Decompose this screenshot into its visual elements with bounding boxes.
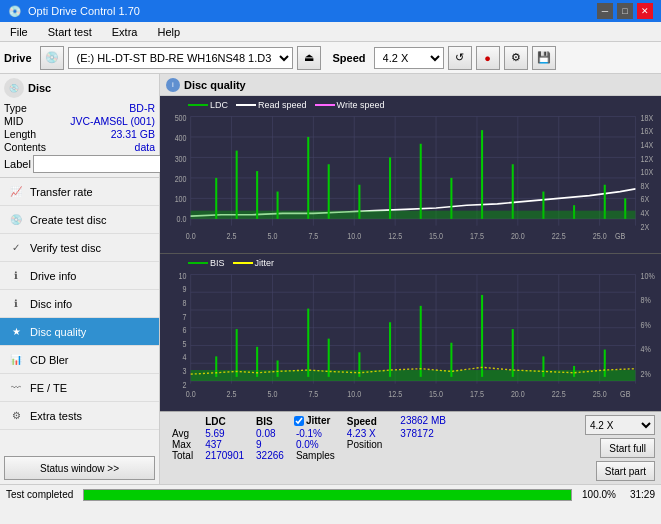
chart-header: i Disc quality <box>160 74 661 96</box>
svg-text:8X: 8X <box>641 180 650 191</box>
save-button[interactable]: 💾 <box>532 46 556 70</box>
nav-disc-info[interactable]: ℹ Disc info <box>0 290 159 318</box>
svg-text:7: 7 <box>183 310 187 321</box>
menu-help[interactable]: Help <box>151 24 186 40</box>
progress-fill <box>84 490 571 500</box>
svg-text:6%: 6% <box>641 319 652 330</box>
svg-text:4X: 4X <box>641 207 650 218</box>
nav-label-extra-tests: Extra tests <box>30 410 82 422</box>
start-part-button[interactable]: Start part <box>596 461 655 481</box>
progress-bar <box>83 489 572 501</box>
jitter-checkbox[interactable] <box>294 416 304 426</box>
transfer-rate-icon: 📈 <box>8 184 24 200</box>
fe-te-icon: 〰 <box>8 380 24 396</box>
svg-text:10.0: 10.0 <box>347 388 361 399</box>
menu-file[interactable]: File <box>4 24 34 40</box>
contents-value: data <box>135 141 155 153</box>
bottom-legend: BIS Jitter <box>188 258 274 268</box>
minimize-button[interactable]: ─ <box>597 3 613 19</box>
app-icon: 💿 <box>8 5 22 18</box>
svg-text:12X: 12X <box>641 152 654 163</box>
write-speed-legend: Write speed <box>315 100 385 110</box>
bottom-chart: BIS Jitter <box>160 254 661 411</box>
svg-text:15.0: 15.0 <box>429 230 443 241</box>
nav-extra-tests[interactable]: ⚙ Extra tests <box>0 402 159 430</box>
svg-text:10.0: 10.0 <box>347 230 361 241</box>
svg-rect-35 <box>191 211 636 219</box>
label-input[interactable] <box>33 155 166 173</box>
svg-text:0.0: 0.0 <box>177 213 187 224</box>
jitter-legend-label: Jitter <box>255 258 275 268</box>
menu-bar: File Start test Extra Help <box>0 22 661 42</box>
close-button[interactable]: ✕ <box>637 3 653 19</box>
menu-extra[interactable]: Extra <box>106 24 144 40</box>
svg-text:16X: 16X <box>641 125 654 136</box>
mid-label: MID <box>4 115 23 127</box>
svg-text:200: 200 <box>175 173 187 184</box>
maximize-button[interactable]: □ <box>617 3 633 19</box>
elapsed-time: 31:29 <box>630 489 655 500</box>
max-label: Max <box>166 439 199 450</box>
top-chart-svg: 0.0 2.5 5.0 7.5 10.0 12.5 15.0 17.5 20.0… <box>160 96 661 253</box>
svg-text:14X: 14X <box>641 139 654 150</box>
settings-button[interactable]: ⚙ <box>504 46 528 70</box>
nav-disc-quality[interactable]: ★ Disc quality <box>0 318 159 346</box>
start-full-button[interactable]: Start full <box>600 438 655 458</box>
svg-text:GB: GB <box>615 230 626 241</box>
max-ldc: 437 <box>199 439 250 450</box>
avg-label: Avg <box>166 428 199 439</box>
svg-text:17.5: 17.5 <box>470 230 484 241</box>
content-area: i Disc quality LDC Read speed <box>160 74 661 484</box>
svg-text:500: 500 <box>175 112 187 123</box>
ldc-legend: LDC <box>188 100 228 110</box>
svg-text:9: 9 <box>183 283 187 294</box>
disc-panel-title: Disc <box>28 82 51 94</box>
disc-quality-icon: ★ <box>8 324 24 340</box>
nav-fe-te[interactable]: 〰 FE / TE <box>0 374 159 402</box>
stats-bar: LDC BIS Jitter Speed Avg 5.69 0.08 -0.1% <box>160 411 661 484</box>
disc-label-row: Label 🔍 <box>4 155 155 173</box>
drive-icon-btn[interactable]: 💿 <box>40 46 64 70</box>
drive-selector[interactable]: (E:) HL-DT-ST BD-RE WH16NS48 1.D3 <box>68 47 293 69</box>
svg-text:300: 300 <box>175 152 187 163</box>
top-legend: LDC Read speed Write speed <box>188 100 384 110</box>
app-title: Opti Drive Control 1.70 <box>28 5 140 17</box>
svg-text:22.5: 22.5 <box>552 388 566 399</box>
eject-button[interactable]: ⏏ <box>297 46 321 70</box>
avg-bis: 0.08 <box>250 428 290 439</box>
refresh-button[interactable]: ↺ <box>448 46 472 70</box>
total-ldc: 2170901 <box>199 450 250 461</box>
test-speed-selector[interactable]: 4.2 X <box>585 415 655 435</box>
total-row: Total 2170901 32266 Samples <box>166 450 388 461</box>
nav-transfer-rate[interactable]: 📈 Transfer rate <box>0 178 159 206</box>
svg-text:20.0: 20.0 <box>511 388 525 399</box>
drive-info-icon: ℹ <box>8 268 24 284</box>
max-jitter: 0.0% <box>290 439 341 450</box>
menu-start-test[interactable]: Start test <box>42 24 98 40</box>
type-value: BD-R <box>129 102 155 114</box>
title-bar-left: 💿 Opti Drive Control 1.70 <box>8 5 140 18</box>
disc-type-row: Type BD-R <box>4 102 155 114</box>
nav-verify-test-disc[interactable]: ✓ Verify test disc <box>0 234 159 262</box>
status-window-button[interactable]: Status window >> <box>4 456 155 480</box>
nav-create-test-disc[interactable]: 💿 Create test disc <box>0 206 159 234</box>
disc-icon: 💿 <box>4 78 24 98</box>
type-label: Type <box>4 102 27 114</box>
burn-button[interactable]: ● <box>476 46 500 70</box>
svg-text:0.0: 0.0 <box>186 388 196 399</box>
write-speed-color <box>315 104 335 106</box>
speed-selector[interactable]: 4.2 X <box>374 47 444 69</box>
length-label: Length <box>4 128 36 140</box>
avg-jitter: -0.1% <box>290 428 341 439</box>
svg-text:12.5: 12.5 <box>388 388 402 399</box>
svg-text:22.5: 22.5 <box>552 230 566 241</box>
contents-label: Contents <box>4 141 46 153</box>
bis-header: BIS <box>250 415 290 428</box>
label-field-label: Label <box>4 158 31 170</box>
nav-drive-info[interactable]: ℹ Drive info <box>0 262 159 290</box>
nav-cd-bler[interactable]: 📊 CD Bler <box>0 346 159 374</box>
svg-text:10: 10 <box>179 270 187 281</box>
disc-mid-row: MID JVC-AMS6L (001) <box>4 115 155 127</box>
nav-label-cd-bler: CD Bler <box>30 354 69 366</box>
sidebar: 💿 Disc Type BD-R MID JVC-AMS6L (001) Len… <box>0 74 160 484</box>
